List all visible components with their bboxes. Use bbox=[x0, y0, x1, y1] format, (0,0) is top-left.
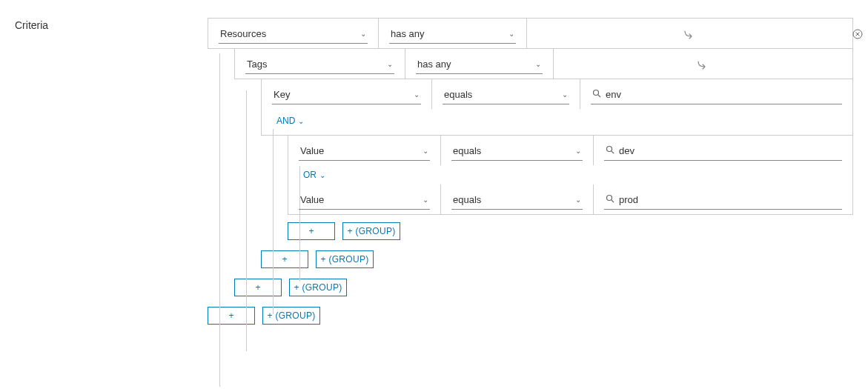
svg-line-10 bbox=[612, 200, 614, 202]
logic-or-label: OR bbox=[303, 170, 317, 180]
field-select[interactable]: Tags ⌄ bbox=[245, 56, 394, 74]
value-input-text: prod bbox=[619, 194, 638, 205]
operator-select[interactable]: has any ⌄ bbox=[416, 56, 543, 74]
criteria-row-key-footer: AND ⌄ bbox=[261, 108, 853, 136]
add-group-button[interactable]: + (GROUP) bbox=[262, 307, 320, 325]
field-select[interactable]: Value ⌄ bbox=[299, 192, 430, 210]
criteria-row-value-dev: Value ⌄ equals ⌄ bbox=[288, 136, 852, 165]
operator-select-value: equals bbox=[453, 145, 481, 156]
search-icon bbox=[606, 145, 614, 156]
add-condition-button[interactable]: + bbox=[261, 250, 308, 268]
add-condition-button[interactable]: + bbox=[208, 307, 255, 325]
enter-arrow-icon bbox=[697, 60, 710, 70]
field-select-value: Value bbox=[300, 145, 324, 156]
operator-select-value: has any bbox=[417, 59, 451, 70]
criteria-row-resources: Resources ⌄ has any ⌄ bbox=[208, 18, 853, 49]
operator-select[interactable]: equals ⌄ bbox=[451, 143, 583, 161]
field-select[interactable]: Key ⌄ bbox=[272, 87, 421, 104]
chevron-down-icon: ⌄ bbox=[575, 147, 581, 155]
search-icon bbox=[592, 89, 601, 100]
value-group: Value ⌄ equals ⌄ bbox=[288, 135, 853, 215]
logic-and-label: AND bbox=[276, 116, 295, 126]
chevron-down-icon: ⌄ bbox=[414, 90, 420, 99]
enter-arrow-icon bbox=[683, 30, 697, 40]
criteria-builder: Resources ⌄ has any ⌄ bbox=[208, 18, 853, 335]
value-input[interactable]: prod bbox=[604, 192, 842, 210]
field-select-value: Resources bbox=[220, 28, 266, 39]
value-input-text: env bbox=[606, 89, 621, 100]
chevron-down-icon: ⌄ bbox=[423, 147, 428, 155]
operator-select-value: equals bbox=[444, 89, 472, 100]
add-group-button[interactable]: + (GROUP) bbox=[316, 250, 374, 268]
chevron-down-icon: ⌄ bbox=[319, 171, 325, 179]
criteria-row-value-prod: Value ⌄ equals ⌄ bbox=[288, 184, 852, 214]
value-input[interactable]: env bbox=[591, 87, 842, 104]
field-select-value: Key bbox=[274, 89, 290, 100]
operator-select[interactable]: equals ⌄ bbox=[443, 87, 569, 104]
chevron-down-icon: ⌄ bbox=[508, 30, 514, 38]
field-select-value: Value bbox=[300, 194, 324, 205]
svg-point-9 bbox=[607, 196, 612, 201]
chevron-down-icon: ⌄ bbox=[575, 196, 581, 204]
criteria-label: Criteria bbox=[15, 18, 208, 335]
add-condition-button[interactable]: + bbox=[234, 279, 282, 296]
value-placeholder bbox=[564, 56, 842, 74]
search-icon bbox=[606, 194, 614, 205]
chevron-down-icon: ⌄ bbox=[387, 60, 393, 68]
field-select-value: Tags bbox=[247, 59, 267, 70]
svg-line-7 bbox=[612, 151, 614, 153]
svg-point-4 bbox=[594, 90, 599, 96]
svg-line-5 bbox=[598, 95, 600, 97]
add-group-button[interactable]: + (GROUP) bbox=[342, 222, 400, 240]
chevron-down-icon: ⌄ bbox=[360, 30, 366, 38]
logic-and-toggle[interactable]: AND ⌄ bbox=[262, 111, 852, 130]
criteria-row-tags: Tags ⌄ has any ⌄ bbox=[234, 48, 853, 79]
connector-line bbox=[299, 166, 300, 282]
value-input-text: dev bbox=[619, 145, 635, 156]
add-group-button[interactable]: + (GROUP) bbox=[289, 279, 347, 296]
chevron-down-icon: ⌄ bbox=[535, 60, 541, 68]
chevron-down-icon: ⌄ bbox=[562, 90, 568, 99]
connector-line bbox=[246, 90, 247, 351]
add-condition-button[interactable]: + bbox=[288, 222, 335, 240]
operator-select[interactable]: equals ⌄ bbox=[451, 192, 583, 210]
connector-line bbox=[273, 129, 274, 314]
svg-point-6 bbox=[607, 147, 612, 152]
field-select[interactable]: Resources ⌄ bbox=[219, 26, 368, 44]
logic-or-toggle[interactable]: OR ⌄ bbox=[288, 165, 852, 184]
chevron-down-icon: ⌄ bbox=[423, 196, 428, 204]
chevron-down-icon: ⌄ bbox=[298, 117, 304, 125]
criteria-row-key: Key ⌄ equals ⌄ env bbox=[261, 79, 853, 109]
delete-row-button[interactable] bbox=[852, 28, 864, 40]
connector-line bbox=[219, 53, 220, 387]
field-select[interactable]: Value ⌄ bbox=[299, 143, 430, 161]
value-placeholder bbox=[537, 26, 842, 44]
operator-select[interactable]: has any ⌄ bbox=[389, 26, 516, 44]
value-input[interactable]: dev bbox=[604, 143, 842, 161]
operator-select-value: equals bbox=[453, 194, 481, 205]
operator-select-value: has any bbox=[391, 28, 425, 39]
